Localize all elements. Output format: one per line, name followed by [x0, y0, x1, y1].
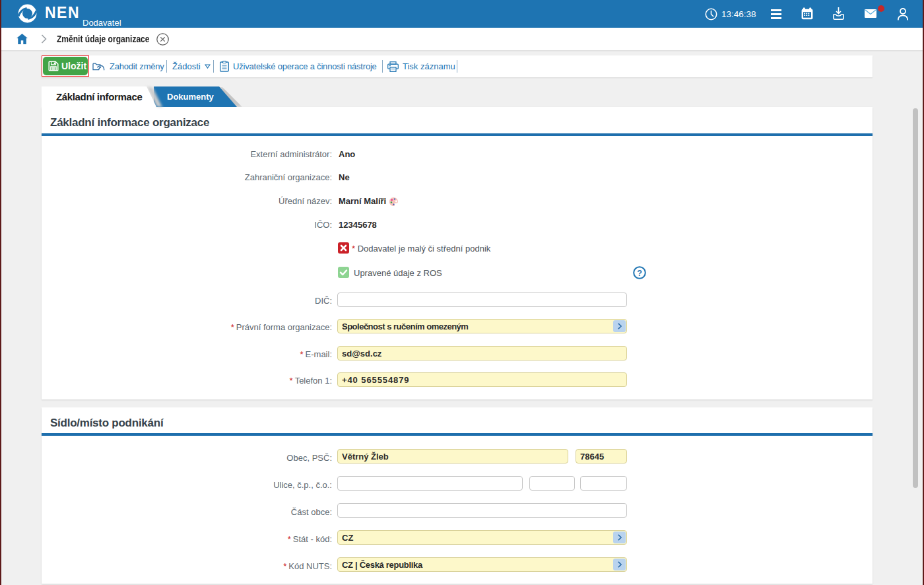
svg-text:?: ? [637, 269, 642, 278]
